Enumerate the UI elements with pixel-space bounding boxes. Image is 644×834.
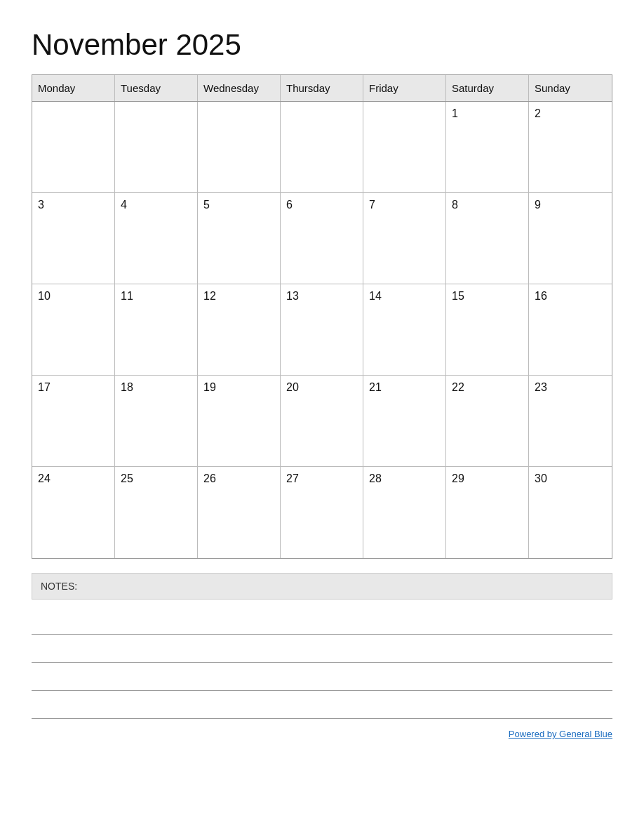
day-number: 29: [452, 472, 464, 484]
calendar-cell: 2: [529, 102, 612, 193]
calendar-cell: 10: [32, 284, 115, 376]
calendar-cell: 16: [529, 284, 612, 376]
header-cell-friday: Friday: [363, 75, 446, 101]
calendar-cell: 23: [529, 376, 612, 467]
calendar-cell: 24: [32, 467, 115, 558]
day-number: 1: [452, 107, 458, 119]
calendar-cell: 11: [115, 284, 198, 376]
calendar-cell: 18: [115, 376, 198, 467]
notes-label: NOTES:: [32, 573, 612, 600]
calendar-cell: 8: [446, 193, 529, 284]
day-number: 21: [369, 381, 382, 393]
calendar-cell: 7: [363, 193, 446, 284]
calendar-cell: 4: [115, 193, 198, 284]
calendar-cell: 3: [32, 193, 115, 284]
day-number: 30: [535, 472, 547, 484]
day-number: 17: [38, 381, 51, 393]
calendar-cell: 29: [446, 467, 529, 558]
calendar-cell: 5: [198, 193, 281, 284]
calendar-cell: [281, 102, 363, 193]
powered-by: Powered by General Blue: [32, 729, 612, 739]
calendar-cell: 22: [446, 376, 529, 467]
day-number: 12: [203, 290, 216, 302]
calendar-cell: 9: [529, 193, 612, 284]
day-number: 22: [452, 381, 464, 393]
day-number: 19: [203, 381, 216, 393]
day-number: 20: [286, 381, 299, 393]
calendar-cell: [363, 102, 446, 193]
notes-line-2: [32, 636, 612, 663]
calendar-cell: 21: [363, 376, 446, 467]
day-number: 26: [203, 472, 216, 484]
calendar-cell: 14: [363, 284, 446, 376]
day-number: 8: [452, 199, 458, 211]
powered-by-link[interactable]: Powered by General Blue: [509, 729, 612, 739]
day-number: 25: [121, 472, 133, 484]
day-number: 13: [286, 290, 299, 302]
calendar-cell: 15: [446, 284, 529, 376]
day-number: 2: [535, 107, 541, 119]
day-number: 24: [38, 472, 51, 484]
notes-line-4: [32, 692, 612, 719]
day-number: 14: [369, 290, 382, 302]
header-cell-tuesday: Tuesday: [115, 75, 198, 101]
day-number: 9: [535, 199, 541, 211]
calendar-cell: 12: [198, 284, 281, 376]
calendar-cell: [198, 102, 281, 193]
day-number: 18: [121, 381, 133, 393]
calendar-cell: 28: [363, 467, 446, 558]
calendar-cell: 30: [529, 467, 612, 558]
calendar-cell: 17: [32, 376, 115, 467]
calendar-cell: 20: [281, 376, 363, 467]
day-number: 11: [121, 290, 133, 302]
notes-section: NOTES:: [32, 573, 612, 719]
calendar-cell: [115, 102, 198, 193]
header-cell-thursday: Thursday: [281, 75, 363, 101]
day-number: 28: [369, 472, 382, 484]
day-number: 3: [38, 199, 44, 211]
day-number: 10: [38, 290, 51, 302]
calendar-cell: 25: [115, 467, 198, 558]
notes-line-3: [32, 664, 612, 691]
calendar-cell: 19: [198, 376, 281, 467]
day-number: 7: [369, 199, 375, 211]
notes-line-1: [32, 608, 612, 635]
header-cell-monday: Monday: [32, 75, 115, 101]
calendar: MondayTuesdayWednesdayThursdayFridaySatu…: [32, 74, 612, 559]
page-title: November 2025: [32, 28, 612, 62]
calendar-cell: 1: [446, 102, 529, 193]
calendar-cell: 26: [198, 467, 281, 558]
day-number: 23: [535, 381, 547, 393]
day-number: 4: [121, 199, 127, 211]
header-cell-sunday: Sunday: [529, 75, 612, 101]
calendar-cell: 27: [281, 467, 363, 558]
calendar-body: 1234567891011121314151617181920212223242…: [32, 102, 612, 558]
day-number: 15: [452, 290, 464, 302]
calendar-cell: [32, 102, 115, 193]
calendar-cell: 13: [281, 284, 363, 376]
day-number: 16: [535, 290, 547, 302]
header-cell-wednesday: Wednesday: [198, 75, 281, 101]
header-cell-saturday: Saturday: [446, 75, 529, 101]
calendar-header: MondayTuesdayWednesdayThursdayFridaySatu…: [32, 75, 612, 102]
day-number: 5: [203, 199, 210, 211]
day-number: 6: [286, 199, 293, 211]
day-number: 27: [286, 472, 299, 484]
calendar-cell: 6: [281, 193, 363, 284]
